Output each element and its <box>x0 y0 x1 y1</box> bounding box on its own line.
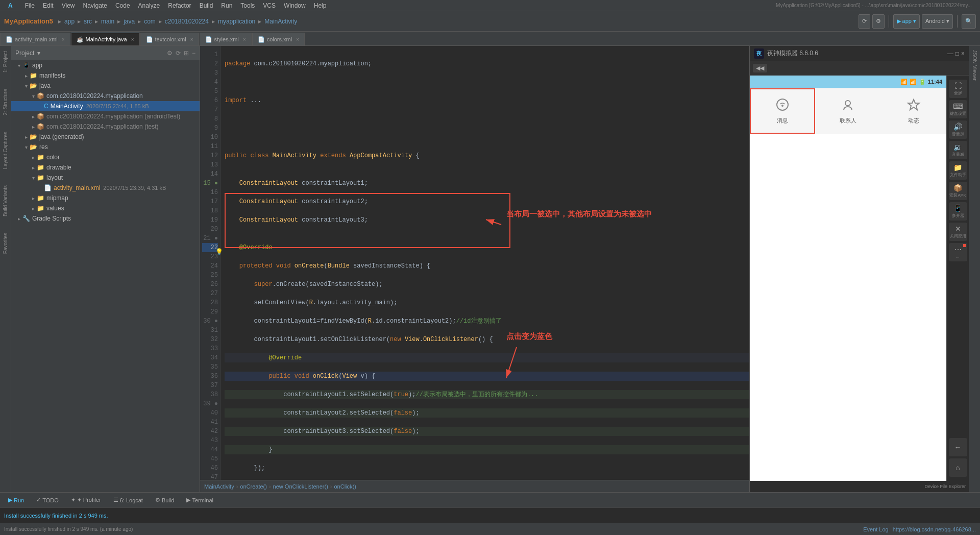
close-tab-3[interactable]: × <box>243 37 246 42</box>
menu-edit[interactable]: Edit <box>39 2 58 9</box>
sync-icon[interactable]: ⟳ <box>176 50 181 57</box>
project-panel: Project ▾ ⚙ ⟳ ⊞ − ▾ 📱 app ▸ 📁 <box>11 46 200 492</box>
tree-item-mainactivity[interactable]: C MainActivity 2020/7/15 23:44, 1.85 kB <box>11 101 200 111</box>
bc-java[interactable]: java <box>124 18 135 25</box>
menu-file[interactable]: File <box>21 2 39 9</box>
bc-onclicklistener[interactable]: new OnClickListener() <box>273 483 328 490</box>
menu-view[interactable]: View <box>58 2 79 9</box>
emu-keyboard-btn[interactable]: ⌨ 键盘设置 <box>949 100 967 118</box>
tree-item-app[interactable]: ▾ 📱 app <box>11 60 200 70</box>
editor-area: 12345 678910 11121314 15 ● 1617181920 21… <box>200 46 749 492</box>
code-editor[interactable]: package com.c201801020224.myapplication;… <box>220 46 749 480</box>
run-app-btn[interactable]: ▶ app ▾ <box>893 14 920 29</box>
menu-analyze[interactable]: Analyze <box>134 2 164 9</box>
nav-messages[interactable]: 消息 <box>750 88 815 134</box>
run-tab[interactable]: ▶ Run <box>4 496 28 504</box>
close-tab-2[interactable]: × <box>190 37 193 42</box>
bc-onclick[interactable]: onClick() <box>334 483 356 490</box>
tab-textcolor-xml[interactable]: 📄 textcolor.xml × <box>140 33 199 45</box>
tree-item-java-gen[interactable]: ▸ 📂 java (generated) <box>11 132 200 142</box>
search-btn[interactable]: 🔍 <box>962 14 976 29</box>
emu-go-back[interactable]: ◀◀ <box>753 64 767 72</box>
settings-btn[interactable]: ⚙ <box>872 14 885 29</box>
menu-run[interactable]: Run <box>217 2 236 9</box>
tree-item-layout[interactable]: ▾ 📁 layout <box>11 173 200 183</box>
tree-item-gradle[interactable]: ▸ 🔧 Gradle Scripts <box>11 213 200 224</box>
bc-myapp[interactable]: myapplication <box>218 18 255 25</box>
collapse-icon[interactable]: − <box>192 50 195 57</box>
bc-src[interactable]: src <box>84 18 92 25</box>
build-tab[interactable]: ⚙ Build <box>151 496 178 504</box>
menu-navigate[interactable]: Navigate <box>79 2 111 9</box>
menu-tools[interactable]: Tools <box>236 2 259 9</box>
menu-refactor[interactable]: Refactor <box>164 2 195 9</box>
event-log-btn[interactable]: Event Log <box>863 526 889 532</box>
close-tab-0[interactable]: × <box>62 37 65 42</box>
emu-fullscreen-btn[interactable]: ⛶ 全屏 <box>949 80 967 98</box>
emu-back-btn[interactable]: ← <box>949 438 967 456</box>
bc-main[interactable]: main <box>101 18 114 25</box>
variants-tab[interactable]: Build Variants <box>2 182 9 220</box>
emu-install-apk-btn[interactable]: 📦 安装APK <box>949 182 967 200</box>
emu-multi-btn[interactable]: 📱 多开器 <box>949 202 967 221</box>
emu-close[interactable]: × <box>961 50 965 57</box>
favorites-tab[interactable]: Favorites <box>2 230 9 257</box>
bc-pkg[interactable]: c201801020224 <box>165 18 209 25</box>
bc-app[interactable]: app <box>64 18 75 25</box>
emu-maximize[interactable]: □ <box>955 50 959 57</box>
terminal-tab[interactable]: ▶ Terminal <box>182 496 217 504</box>
project-tab[interactable]: 1: Project <box>2 48 9 76</box>
logcat-tab[interactable]: ☰ 6: Logcat <box>109 496 147 504</box>
tree-item-test[interactable]: ▸ 📦 com.c201801020224.myapplication (tes… <box>11 121 200 132</box>
expand-icon[interactable]: ⊞ <box>184 50 189 57</box>
captures-tab[interactable]: Layout Captures <box>2 129 9 172</box>
menu-code[interactable]: Code <box>111 2 134 9</box>
project-label: Project <box>15 50 34 57</box>
emu-more-btn[interactable]: ⋯ ... <box>949 243 967 261</box>
emu-vol-down-btn[interactable]: 🔉 音量减 <box>949 141 967 159</box>
tab-mainactivity-java[interactable]: ☕ MainActivity.java × <box>71 33 140 45</box>
multi-icon: 📱 <box>953 204 962 212</box>
menu-vcs[interactable]: VCS <box>259 2 280 9</box>
tab-styles-xml[interactable]: 📄 styles.xml × <box>200 33 252 45</box>
tree-item-androidtest[interactable]: ▸ 📦 com.c201801020224.myapplication (and… <box>11 111 200 121</box>
close-tab-4[interactable]: × <box>296 37 299 42</box>
project-dropdown[interactable]: ▾ <box>37 50 40 57</box>
tree-item-java[interactable]: ▾ 📂 java <box>11 81 200 91</box>
tree-item-drawable[interactable]: ▸ 📁 drawable <box>11 162 200 173</box>
bc-oncreate[interactable]: onCreate() <box>240 483 267 490</box>
bc-mainactivity[interactable]: MainActivity <box>264 18 297 25</box>
todo-tab[interactable]: ✓ TODO <box>32 496 63 504</box>
emu-close-app-btn[interactable]: ✕ 关闭应用 <box>949 223 967 241</box>
run-toolbar: ▶ Run ✓ TODO ✦ ✦ Profiler ☰ 6: Logcat ⚙ … <box>0 492 980 507</box>
json-viewer-tab[interactable]: JSON Viewer <box>972 48 977 83</box>
tree-item-mipmap[interactable]: ▸ 📁 mipmap <box>11 193 200 203</box>
bc-mainactivity[interactable]: MainActivity <box>204 483 234 490</box>
emu-vol-up-btn[interactable]: 🔊 音量加 <box>949 120 967 139</box>
nav-contacts[interactable]: 联系人 <box>815 88 880 134</box>
bc-com[interactable]: com <box>144 18 156 25</box>
menu-window[interactable]: Window <box>280 2 310 9</box>
tree-item-main-pkg[interactable]: ▾ 📦 com.c201801020224.myapplication <box>11 91 200 101</box>
tree-item-manifests[interactable]: ▸ 📁 manifests <box>11 70 200 81</box>
emu-file-btn[interactable]: 📁 文件助手 <box>949 161 967 180</box>
tab-activity-main-xml[interactable]: 📄 activity_main.xml × <box>0 33 70 45</box>
tab-colors-xml[interactable]: 📄 colors.xml × <box>252 33 305 45</box>
emu-minimize[interactable]: — <box>947 50 953 57</box>
sync-btn[interactable]: ⟳ <box>859 14 870 29</box>
tree-item-values[interactable]: ▸ 📁 values <box>11 203 200 213</box>
structure-tab[interactable]: 2: Structure <box>2 86 9 118</box>
menu-help[interactable]: Help <box>310 2 331 9</box>
gear-icon[interactable]: ⚙ <box>167 50 173 57</box>
profiler-tab[interactable]: ✦ ✦ Profiler <box>67 496 105 504</box>
emulator-logo: 夜 <box>754 48 764 59</box>
tree-item-res[interactable]: ▾ 📂 res <box>11 142 200 152</box>
device-selector[interactable]: Android ▾ <box>922 14 953 29</box>
emu-home-btn[interactable]: ⌂ <box>949 458 967 477</box>
menu-build[interactable]: Build <box>195 2 217 9</box>
tree-item-color[interactable]: ▸ 📁 color <box>11 152 200 162</box>
tree-item-activity-main-xml[interactable]: 📄 activity_main.xml 2020/7/15 23:39, 4.3… <box>11 183 200 193</box>
code-container: 12345 678910 11121314 15 ● 1617181920 21… <box>200 46 749 480</box>
close-tab-1[interactable]: × <box>131 37 134 42</box>
nav-moments[interactable]: 动态 <box>881 88 946 134</box>
